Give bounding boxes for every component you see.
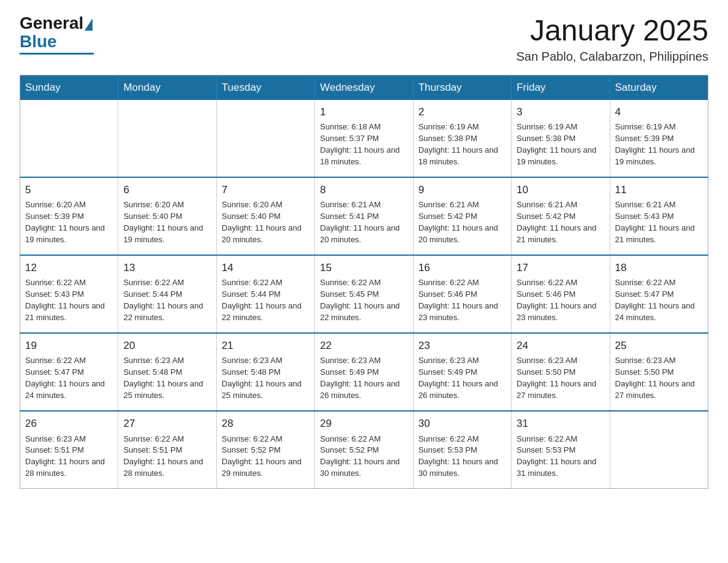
calendar-header-friday: Friday: [512, 75, 610, 100]
calendar-day-1: 1Sunrise: 6:18 AM Sunset: 5:37 PM Daylig…: [315, 100, 413, 177]
day-number: 1: [320, 105, 408, 120]
calendar-day-14: 14Sunrise: 6:22 AM Sunset: 5:44 PM Dayli…: [216, 255, 314, 333]
calendar-week-row: 12Sunrise: 6:22 AM Sunset: 5:43 PM Dayli…: [20, 255, 708, 333]
day-number: 28: [222, 416, 309, 432]
day-number: 2: [419, 105, 506, 120]
day-info: Sunrise: 6:22 AM Sunset: 5:45 PM Dayligh…: [320, 277, 408, 323]
main-title: January 2025: [516, 15, 708, 47]
logo-underline: [20, 53, 94, 55]
day-number: 9: [419, 183, 506, 198]
calendar-day-30: 30Sunrise: 6:22 AM Sunset: 5:53 PM Dayli…: [413, 411, 511, 489]
calendar-day-5: 5Sunrise: 6:20 AM Sunset: 5:39 PM Daylig…: [20, 177, 118, 255]
day-number: 17: [517, 261, 604, 276]
logo-triangle-icon: [85, 18, 93, 31]
day-number: 10: [517, 183, 604, 198]
day-info: Sunrise: 6:21 AM Sunset: 5:42 PM Dayligh…: [517, 199, 604, 245]
calendar-day-19: 19Sunrise: 6:22 AM Sunset: 5:47 PM Dayli…: [20, 333, 118, 411]
calendar-day-11: 11Sunrise: 6:21 AM Sunset: 5:43 PM Dayli…: [610, 177, 708, 255]
day-info: Sunrise: 6:22 AM Sunset: 5:53 PM Dayligh…: [517, 434, 604, 480]
day-info: Sunrise: 6:22 AM Sunset: 5:47 PM Dayligh…: [615, 277, 703, 323]
day-number: 7: [222, 183, 309, 198]
day-number: 11: [615, 183, 703, 198]
calendar-day-15: 15Sunrise: 6:22 AM Sunset: 5:45 PM Dayli…: [315, 255, 413, 333]
day-info: Sunrise: 6:23 AM Sunset: 5:48 PM Dayligh…: [123, 355, 211, 401]
calendar-header-monday: Monday: [118, 75, 216, 100]
day-number: 18: [615, 261, 703, 276]
calendar-week-row: 1Sunrise: 6:18 AM Sunset: 5:37 PM Daylig…: [20, 100, 708, 177]
day-info: Sunrise: 6:22 AM Sunset: 5:53 PM Dayligh…: [419, 434, 506, 480]
calendar-day-8: 8Sunrise: 6:21 AM Sunset: 5:41 PM Daylig…: [315, 177, 413, 255]
calendar-day-16: 16Sunrise: 6:22 AM Sunset: 5:46 PM Dayli…: [413, 255, 511, 333]
calendar-day-28: 28Sunrise: 6:22 AM Sunset: 5:52 PM Dayli…: [216, 411, 314, 489]
calendar-empty-cell: [118, 100, 216, 177]
calendar-header-wednesday: Wednesday: [315, 75, 413, 100]
day-info: Sunrise: 6:20 AM Sunset: 5:39 PM Dayligh…: [25, 199, 113, 245]
calendar-day-29: 29Sunrise: 6:22 AM Sunset: 5:52 PM Dayli…: [315, 411, 413, 489]
calendar-header-sunday: Sunday: [20, 75, 118, 100]
calendar-week-row: 5Sunrise: 6:20 AM Sunset: 5:39 PM Daylig…: [20, 177, 708, 255]
calendar-week-row: 26Sunrise: 6:23 AM Sunset: 5:51 PM Dayli…: [20, 411, 708, 489]
calendar-week-row: 19Sunrise: 6:22 AM Sunset: 5:47 PM Dayli…: [20, 333, 708, 411]
calendar-table: SundayMondayTuesdayWednesdayThursdayFrid…: [20, 75, 708, 489]
calendar-day-17: 17Sunrise: 6:22 AM Sunset: 5:46 PM Dayli…: [512, 255, 610, 333]
calendar-day-21: 21Sunrise: 6:23 AM Sunset: 5:48 PM Dayli…: [216, 333, 314, 411]
title-area: January 2025 San Pablo, Calabarzon, Phil…: [516, 15, 708, 64]
day-info: Sunrise: 6:22 AM Sunset: 5:44 PM Dayligh…: [123, 277, 211, 323]
calendar-day-4: 4Sunrise: 6:19 AM Sunset: 5:39 PM Daylig…: [610, 100, 708, 177]
day-number: 15: [320, 261, 408, 276]
day-info: Sunrise: 6:23 AM Sunset: 5:51 PM Dayligh…: [25, 434, 113, 480]
calendar-header-saturday: Saturday: [610, 75, 708, 100]
calendar-day-12: 12Sunrise: 6:22 AM Sunset: 5:43 PM Dayli…: [20, 255, 118, 333]
day-info: Sunrise: 6:23 AM Sunset: 5:50 PM Dayligh…: [517, 355, 604, 401]
day-info: Sunrise: 6:22 AM Sunset: 5:51 PM Dayligh…: [123, 434, 211, 480]
day-info: Sunrise: 6:21 AM Sunset: 5:42 PM Dayligh…: [419, 199, 506, 245]
day-info: Sunrise: 6:21 AM Sunset: 5:43 PM Dayligh…: [615, 199, 703, 245]
day-info: Sunrise: 6:20 AM Sunset: 5:40 PM Dayligh…: [222, 199, 309, 245]
day-info: Sunrise: 6:22 AM Sunset: 5:47 PM Dayligh…: [25, 355, 113, 401]
day-number: 20: [123, 339, 211, 354]
calendar-header-tuesday: Tuesday: [216, 75, 314, 100]
calendar-empty-cell: [216, 100, 314, 177]
day-info: Sunrise: 6:19 AM Sunset: 5:39 PM Dayligh…: [615, 121, 703, 167]
subtitle: San Pablo, Calabarzon, Philippines: [516, 50, 708, 64]
day-number: 24: [517, 339, 604, 354]
calendar-day-26: 26Sunrise: 6:23 AM Sunset: 5:51 PM Dayli…: [20, 411, 118, 489]
calendar-day-22: 22Sunrise: 6:23 AM Sunset: 5:49 PM Dayli…: [315, 333, 413, 411]
day-number: 3: [517, 105, 604, 120]
day-number: 6: [123, 183, 211, 198]
calendar-empty-cell: [20, 100, 118, 177]
day-number: 14: [222, 261, 309, 276]
calendar-header-row: SundayMondayTuesdayWednesdayThursdayFrid…: [20, 75, 708, 100]
day-info: Sunrise: 6:23 AM Sunset: 5:49 PM Dayligh…: [419, 355, 506, 401]
page-header: General Blue January 2025 San Pablo, Cal…: [20, 15, 708, 64]
day-info: Sunrise: 6:23 AM Sunset: 5:48 PM Dayligh…: [222, 355, 309, 401]
day-info: Sunrise: 6:23 AM Sunset: 5:49 PM Dayligh…: [320, 355, 408, 401]
day-info: Sunrise: 6:22 AM Sunset: 5:52 PM Dayligh…: [320, 434, 408, 480]
day-number: 5: [25, 183, 113, 198]
day-number: 27: [123, 416, 211, 432]
calendar-day-24: 24Sunrise: 6:23 AM Sunset: 5:50 PM Dayli…: [512, 333, 610, 411]
day-info: Sunrise: 6:22 AM Sunset: 5:44 PM Dayligh…: [222, 277, 309, 323]
day-number: 4: [615, 105, 703, 120]
day-number: 8: [320, 183, 408, 198]
calendar-day-6: 6Sunrise: 6:20 AM Sunset: 5:40 PM Daylig…: [118, 177, 216, 255]
calendar-day-18: 18Sunrise: 6:22 AM Sunset: 5:47 PM Dayli…: [610, 255, 708, 333]
day-number: 19: [25, 339, 113, 354]
day-number: 29: [320, 416, 408, 432]
calendar-day-25: 25Sunrise: 6:23 AM Sunset: 5:50 PM Dayli…: [610, 333, 708, 411]
day-number: 31: [517, 416, 604, 432]
logo: General Blue: [20, 15, 94, 55]
day-info: Sunrise: 6:22 AM Sunset: 5:52 PM Dayligh…: [222, 434, 309, 480]
day-info: Sunrise: 6:20 AM Sunset: 5:40 PM Dayligh…: [123, 199, 211, 245]
day-number: 21: [222, 339, 309, 354]
calendar-day-9: 9Sunrise: 6:21 AM Sunset: 5:42 PM Daylig…: [413, 177, 511, 255]
calendar-day-3: 3Sunrise: 6:19 AM Sunset: 5:38 PM Daylig…: [512, 100, 610, 177]
calendar-day-7: 7Sunrise: 6:20 AM Sunset: 5:40 PM Daylig…: [216, 177, 314, 255]
day-info: Sunrise: 6:23 AM Sunset: 5:50 PM Dayligh…: [615, 355, 703, 401]
calendar-day-10: 10Sunrise: 6:21 AM Sunset: 5:42 PM Dayli…: [512, 177, 610, 255]
day-number: 30: [419, 416, 506, 432]
logo-general-text: General: [20, 15, 83, 32]
calendar-header-thursday: Thursday: [413, 75, 511, 100]
calendar-day-2: 2Sunrise: 6:19 AM Sunset: 5:38 PM Daylig…: [413, 100, 511, 177]
day-number: 26: [25, 416, 113, 432]
